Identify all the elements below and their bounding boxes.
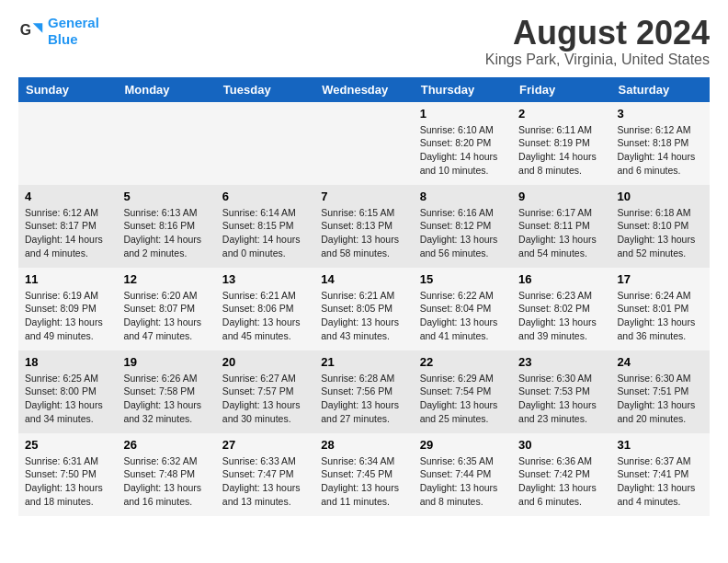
day-info: Sunrise: 6:33 AM Sunset: 7:47 PM Dayligh…	[222, 454, 308, 509]
calendar-cell-w2d3: 6Sunrise: 6:14 AM Sunset: 8:15 PM Daylig…	[216, 185, 314, 268]
day-info: Sunrise: 6:36 AM Sunset: 7:42 PM Dayligh…	[518, 454, 604, 509]
calendar-cell-w3d4: 14Sunrise: 6:21 AM Sunset: 8:05 PM Dayli…	[314, 268, 413, 350]
day-number: 9	[518, 190, 604, 203]
day-number: 2	[518, 107, 604, 121]
day-info: Sunrise: 6:25 AM Sunset: 8:00 PM Dayligh…	[25, 372, 110, 426]
day-number: 7	[321, 190, 406, 203]
day-number: 20	[222, 355, 308, 369]
day-number: 3	[618, 107, 703, 121]
week-row-3: 11Sunrise: 6:19 AM Sunset: 8:09 PM Dayli…	[18, 268, 710, 350]
day-number: 29	[420, 438, 506, 452]
day-info: Sunrise: 6:23 AM Sunset: 8:02 PM Dayligh…	[518, 289, 604, 343]
day-number: 4	[25, 190, 110, 203]
col-wednesday: Wednesday	[314, 77, 413, 102]
day-info: Sunrise: 6:15 AM Sunset: 8:13 PM Dayligh…	[321, 206, 406, 260]
day-info: Sunrise: 6:29 AM Sunset: 7:54 PM Dayligh…	[420, 372, 506, 426]
logo: G General Blue	[18, 15, 99, 48]
day-info: Sunrise: 6:24 AM Sunset: 8:01 PM Dayligh…	[618, 289, 703, 343]
day-number: 30	[518, 438, 604, 452]
day-info: Sunrise: 6:21 AM Sunset: 8:06 PM Dayligh…	[222, 289, 308, 343]
day-number: 14	[321, 272, 406, 286]
week-row-2: 4Sunrise: 6:12 AM Sunset: 8:17 PM Daylig…	[18, 185, 710, 268]
calendar-cell-w1d4	[314, 102, 413, 185]
calendar-cell-w1d6: 2Sunrise: 6:11 AM Sunset: 8:19 PM Daylig…	[512, 102, 610, 185]
day-info: Sunrise: 6:28 AM Sunset: 7:56 PM Dayligh…	[321, 372, 406, 426]
day-number: 22	[420, 355, 506, 369]
day-number: 11	[25, 272, 110, 286]
calendar-cell-w2d6: 9Sunrise: 6:17 AM Sunset: 8:11 PM Daylig…	[512, 185, 610, 268]
logo-text: General Blue	[48, 15, 99, 48]
day-info: Sunrise: 6:35 AM Sunset: 7:44 PM Dayligh…	[420, 454, 506, 509]
day-info: Sunrise: 6:14 AM Sunset: 8:15 PM Dayligh…	[222, 206, 308, 260]
logo-icon: G	[18, 18, 44, 44]
day-number: 28	[321, 438, 406, 452]
calendar-cell-w5d6: 30Sunrise: 6:36 AM Sunset: 7:42 PM Dayli…	[512, 433, 610, 516]
logo-line2: Blue	[48, 31, 99, 48]
col-monday: Monday	[117, 77, 215, 102]
day-number: 26	[123, 438, 209, 452]
calendar-table: Sunday Monday Tuesday Wednesday Thursday…	[18, 77, 710, 516]
day-number: 16	[518, 272, 604, 286]
calendar-cell-w5d1: 25Sunrise: 6:31 AM Sunset: 7:50 PM Dayli…	[18, 433, 117, 516]
day-number: 8	[420, 190, 506, 203]
day-info: Sunrise: 6:10 AM Sunset: 8:20 PM Dayligh…	[420, 123, 506, 178]
day-number: 17	[618, 272, 703, 286]
day-number: 18	[25, 355, 110, 369]
day-number: 23	[518, 355, 604, 369]
day-info: Sunrise: 6:22 AM Sunset: 8:04 PM Dayligh…	[420, 289, 506, 343]
day-number: 19	[123, 355, 209, 369]
day-info: Sunrise: 6:17 AM Sunset: 8:11 PM Dayligh…	[518, 206, 604, 260]
day-info: Sunrise: 6:30 AM Sunset: 7:51 PM Dayligh…	[618, 372, 703, 426]
col-saturday: Saturday	[611, 77, 710, 102]
day-info: Sunrise: 6:31 AM Sunset: 7:50 PM Dayligh…	[25, 454, 110, 509]
col-tuesday: Tuesday	[216, 77, 314, 102]
calendar-cell-w2d4: 7Sunrise: 6:15 AM Sunset: 8:13 PM Daylig…	[314, 185, 413, 268]
day-info: Sunrise: 6:18 AM Sunset: 8:10 PM Dayligh…	[618, 206, 703, 260]
calendar-cell-w4d6: 23Sunrise: 6:30 AM Sunset: 7:53 PM Dayli…	[512, 350, 610, 433]
day-info: Sunrise: 6:34 AM Sunset: 7:45 PM Dayligh…	[321, 454, 406, 509]
calendar-cell-w4d1: 18Sunrise: 6:25 AM Sunset: 8:00 PM Dayli…	[18, 350, 117, 433]
day-number: 12	[123, 272, 209, 286]
calendar-cell-w1d2	[117, 102, 215, 185]
day-number: 24	[618, 355, 703, 369]
day-info: Sunrise: 6:12 AM Sunset: 8:18 PM Dayligh…	[618, 123, 703, 178]
calendar-cell-w5d2: 26Sunrise: 6:32 AM Sunset: 7:48 PM Dayli…	[117, 433, 215, 516]
week-row-4: 18Sunrise: 6:25 AM Sunset: 8:00 PM Dayli…	[18, 350, 710, 433]
day-number: 15	[420, 272, 506, 286]
calendar-cell-w1d5: 1Sunrise: 6:10 AM Sunset: 8:20 PM Daylig…	[414, 102, 512, 185]
day-info: Sunrise: 6:32 AM Sunset: 7:48 PM Dayligh…	[123, 454, 209, 509]
day-info: Sunrise: 6:30 AM Sunset: 7:53 PM Dayligh…	[518, 372, 604, 426]
calendar-cell-w2d7: 10Sunrise: 6:18 AM Sunset: 8:10 PM Dayli…	[611, 185, 710, 268]
svg-text:G: G	[20, 22, 31, 38]
day-number: 31	[618, 438, 703, 452]
day-info: Sunrise: 6:16 AM Sunset: 8:12 PM Dayligh…	[420, 206, 506, 260]
day-info: Sunrise: 6:27 AM Sunset: 7:57 PM Dayligh…	[222, 372, 308, 426]
title-area: August 2024 Kings Park, Virginia, United…	[485, 15, 710, 68]
calendar-cell-w4d5: 22Sunrise: 6:29 AM Sunset: 7:54 PM Dayli…	[414, 350, 512, 433]
calendar-cell-w2d1: 4Sunrise: 6:12 AM Sunset: 8:17 PM Daylig…	[18, 185, 117, 268]
col-friday: Friday	[512, 77, 610, 102]
day-info: Sunrise: 6:11 AM Sunset: 8:19 PM Dayligh…	[518, 123, 604, 178]
calendar-cell-w3d6: 16Sunrise: 6:23 AM Sunset: 8:02 PM Dayli…	[512, 268, 610, 350]
calendar-cell-w2d2: 5Sunrise: 6:13 AM Sunset: 8:16 PM Daylig…	[117, 185, 215, 268]
calendar-cell-w3d7: 17Sunrise: 6:24 AM Sunset: 8:01 PM Dayli…	[611, 268, 710, 350]
calendar-cell-w1d7: 3Sunrise: 6:12 AM Sunset: 8:18 PM Daylig…	[611, 102, 710, 185]
day-number: 5	[123, 190, 209, 203]
day-number: 10	[618, 190, 703, 203]
col-thursday: Thursday	[414, 77, 512, 102]
page-subtitle: Kings Park, Virginia, United States	[485, 52, 710, 68]
calendar-cell-w3d2: 12Sunrise: 6:20 AM Sunset: 8:07 PM Dayli…	[117, 268, 215, 350]
calendar-cell-w3d5: 15Sunrise: 6:22 AM Sunset: 8:04 PM Dayli…	[414, 268, 512, 350]
calendar-cell-w2d5: 8Sunrise: 6:16 AM Sunset: 8:12 PM Daylig…	[414, 185, 512, 268]
calendar-cell-w4d2: 19Sunrise: 6:26 AM Sunset: 7:58 PM Dayli…	[117, 350, 215, 433]
calendar-cell-w1d1	[18, 102, 117, 185]
day-number: 1	[420, 107, 506, 121]
day-info: Sunrise: 6:20 AM Sunset: 8:07 PM Dayligh…	[123, 289, 209, 343]
page-title: August 2024	[485, 15, 710, 52]
week-row-1: 1Sunrise: 6:10 AM Sunset: 8:20 PM Daylig…	[18, 102, 710, 185]
col-sunday: Sunday	[18, 77, 117, 102]
calendar-cell-w5d4: 28Sunrise: 6:34 AM Sunset: 7:45 PM Dayli…	[314, 433, 413, 516]
day-info: Sunrise: 6:21 AM Sunset: 8:05 PM Dayligh…	[321, 289, 406, 343]
svg-marker-1	[33, 23, 43, 33]
day-info: Sunrise: 6:37 AM Sunset: 7:41 PM Dayligh…	[618, 454, 703, 509]
